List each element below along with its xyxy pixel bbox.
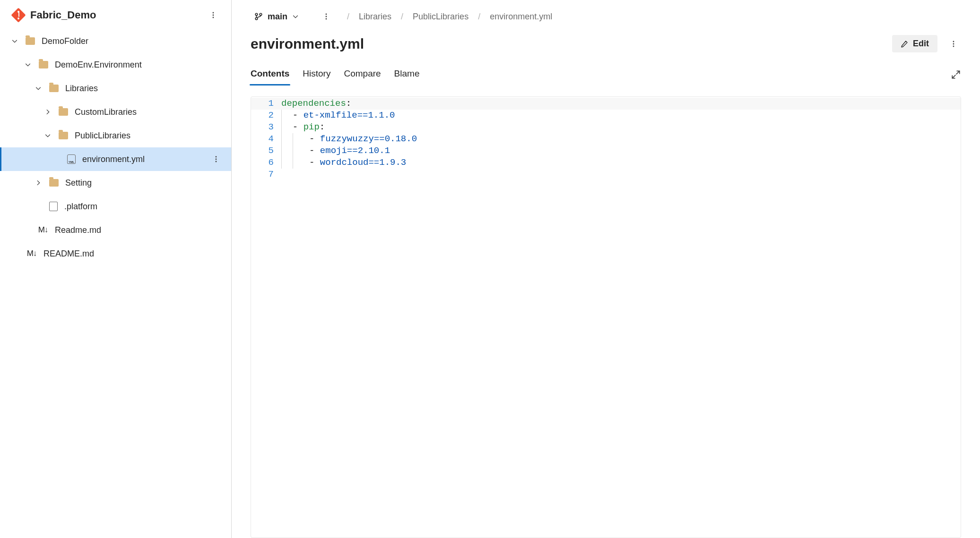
file-title: environment.yml bbox=[251, 36, 364, 52]
tab-history[interactable]: History bbox=[303, 64, 330, 85]
tree-folder-custom[interactable]: CustomLibraries bbox=[0, 100, 231, 124]
svg-point-6 bbox=[255, 13, 258, 16]
code-line: - wordcloud==1.9.3 bbox=[280, 157, 406, 169]
line-number: 4 bbox=[251, 133, 280, 145]
line-number: 1 bbox=[251, 98, 280, 110]
breadcrumb-libraries[interactable]: Libraries bbox=[359, 12, 391, 22]
breadcrumb-current: environment.yml bbox=[490, 12, 552, 22]
line-number: 6 bbox=[251, 157, 280, 169]
svg-point-3 bbox=[216, 156, 217, 158]
tree-file-platform[interactable]: .platform bbox=[0, 195, 231, 218]
file-view-panel: main / Libraries / PublicLibraries / env… bbox=[232, 0, 980, 538]
code-viewer[interactable]: 1 dependencies: 2 - et-xmlfile==1.1.0 3 … bbox=[251, 96, 961, 538]
svg-point-5 bbox=[216, 161, 217, 162]
chevron-down-icon bbox=[24, 61, 32, 68]
svg-point-11 bbox=[326, 18, 327, 20]
svg-point-12 bbox=[953, 41, 954, 42]
breadcrumb: / Libraries / PublicLibraries / environm… bbox=[347, 12, 552, 22]
file-more-button[interactable] bbox=[946, 36, 961, 51]
svg-point-2 bbox=[213, 17, 214, 18]
line-number: 3 bbox=[251, 121, 280, 133]
crumb-bar: main / Libraries / PublicLibraries / env… bbox=[251, 0, 961, 33]
folder-icon bbox=[26, 37, 35, 45]
branch-more-button[interactable] bbox=[319, 9, 334, 24]
git-repo-icon bbox=[11, 8, 26, 22]
markdown-icon: M↓ bbox=[26, 249, 37, 258]
code-line: - pip: bbox=[280, 121, 325, 133]
tree-label: DemoEnv.Environment bbox=[55, 60, 142, 70]
markdown-icon: M↓ bbox=[38, 225, 48, 235]
chevron-right-icon bbox=[43, 109, 52, 115]
svg-point-14 bbox=[953, 45, 954, 47]
branch-picker[interactable]: main bbox=[251, 9, 303, 25]
code-line: dependencies: bbox=[280, 98, 351, 110]
tree-label: CustomLibraries bbox=[75, 107, 137, 117]
svg-point-10 bbox=[326, 16, 327, 17]
file-tree-sidebar: Fabric_Demo DemoFolder DemoEnv.Environme… bbox=[0, 0, 232, 538]
chevron-down-icon bbox=[10, 38, 19, 44]
chevron-down-icon bbox=[34, 85, 43, 92]
yml-file-icon: YML bbox=[67, 154, 76, 164]
tree-label: Libraries bbox=[65, 84, 98, 94]
file-tree: DemoFolder DemoEnv.Environment Libraries… bbox=[0, 27, 231, 267]
chevron-right-icon bbox=[34, 179, 43, 186]
repo-name: Fabric_Demo bbox=[30, 9, 96, 21]
line-number: 5 bbox=[251, 145, 280, 157]
tree-item-more-button[interactable] bbox=[212, 155, 225, 163]
edit-button[interactable]: Edit bbox=[892, 35, 937, 52]
tree-file-readme-lower[interactable]: M↓ Readme.md bbox=[0, 218, 231, 242]
svg-point-1 bbox=[213, 15, 214, 16]
svg-point-13 bbox=[953, 43, 954, 44]
tree-label: README.md bbox=[43, 249, 94, 259]
tree-folder-demoenv[interactable]: DemoEnv.Environment bbox=[0, 53, 231, 77]
file-icon bbox=[49, 202, 58, 211]
repo-header: Fabric_Demo bbox=[0, 3, 231, 27]
code-line: - fuzzywuzzy==0.18.0 bbox=[280, 133, 417, 145]
file-header: environment.yml Edit bbox=[251, 35, 961, 52]
breadcrumb-separator: / bbox=[347, 12, 349, 22]
folder-icon bbox=[49, 179, 59, 187]
branch-icon bbox=[254, 12, 263, 21]
chevron-down-icon bbox=[292, 13, 299, 20]
svg-point-4 bbox=[216, 159, 217, 160]
svg-point-8 bbox=[260, 13, 262, 16]
tree-folder-setting[interactable]: Setting bbox=[0, 171, 231, 195]
tree-folder-demofolder[interactable]: DemoFolder bbox=[0, 29, 231, 53]
tree-label: PublicLibraries bbox=[75, 131, 130, 141]
line-number: 7 bbox=[251, 169, 280, 180]
tree-label: .platform bbox=[64, 202, 97, 212]
pencil-icon bbox=[901, 40, 908, 48]
file-tabs: Contents History Compare Blame bbox=[251, 64, 961, 86]
chevron-down-icon bbox=[43, 132, 52, 139]
svg-point-0 bbox=[213, 12, 214, 14]
tab-blame[interactable]: Blame bbox=[394, 64, 420, 85]
branch-name: main bbox=[268, 12, 287, 22]
tree-folder-libraries[interactable]: Libraries bbox=[0, 77, 231, 100]
code-line: - emoji==2.10.1 bbox=[280, 145, 390, 157]
repo-more-button[interactable] bbox=[206, 8, 221, 23]
folder-icon bbox=[59, 108, 68, 116]
fullscreen-button[interactable] bbox=[951, 69, 961, 80]
line-number: 2 bbox=[251, 110, 280, 121]
folder-icon bbox=[49, 85, 59, 92]
svg-point-9 bbox=[326, 14, 327, 15]
tree-folder-public[interactable]: PublicLibraries bbox=[0, 124, 231, 147]
tab-compare[interactable]: Compare bbox=[344, 64, 381, 85]
edit-label: Edit bbox=[913, 39, 929, 49]
breadcrumb-publiclibraries[interactable]: PublicLibraries bbox=[413, 12, 468, 22]
code-line bbox=[280, 169, 281, 180]
tree-label: Readme.md bbox=[55, 225, 101, 235]
folder-icon bbox=[59, 132, 68, 139]
breadcrumb-separator: / bbox=[401, 12, 403, 22]
folder-icon bbox=[39, 61, 48, 68]
breadcrumb-separator: / bbox=[478, 12, 480, 22]
code-line: - et-xmlfile==1.1.0 bbox=[280, 110, 395, 121]
tree-file-environment-yml[interactable]: YML environment.yml bbox=[0, 147, 231, 171]
tree-label: Setting bbox=[65, 178, 92, 188]
repo-title[interactable]: Fabric_Demo bbox=[13, 9, 96, 21]
tree-label: DemoFolder bbox=[42, 36, 88, 46]
tab-contents[interactable]: Contents bbox=[251, 64, 289, 85]
tree-label: environment.yml bbox=[82, 154, 145, 164]
tree-file-readme-upper[interactable]: M↓ README.md bbox=[0, 242, 231, 265]
svg-point-7 bbox=[255, 17, 258, 20]
